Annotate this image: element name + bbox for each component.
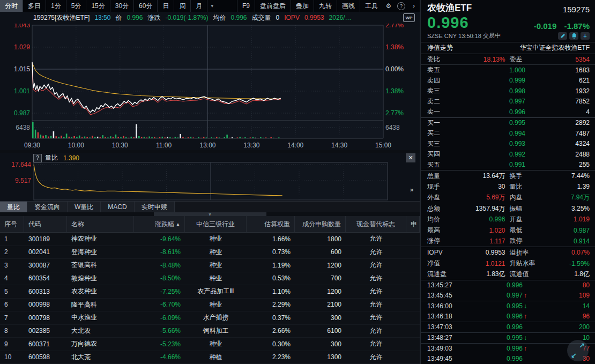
- col-header-2[interactable]: 代码: [24, 216, 67, 232]
- cell-industry: 种植: [185, 353, 247, 362]
- stat-row: 最高1.020最低0.987: [421, 225, 595, 235]
- indicator-help-icon[interactable]: ?: [33, 154, 42, 162]
- add-icon[interactable]: +: [581, 32, 590, 40]
- period-tab-5分[interactable]: 5分: [66, 0, 87, 12]
- table-row[interactable]: 1300189神农种业-9.64%种业1.66%1800允许: [0, 233, 420, 246]
- col-header-1[interactable]: 序号: [0, 216, 24, 232]
- indicator-name[interactable]: 量比: [45, 153, 58, 162]
- cell-code: 600313: [24, 288, 67, 295]
- table-row[interactable]: 8002385大北农-5.66%饲料加工2.66%6100允许: [0, 325, 420, 338]
- toolbar-item-工具[interactable]: 工具: [360, 0, 383, 12]
- period-tab-多日[interactable]: 多日: [23, 0, 46, 12]
- collapse-handle-icon[interactable]: ∨: [154, 212, 266, 216]
- table-row[interactable]: 10600598北大荒-4.66%种植2.23%1300允许: [0, 351, 420, 364]
- chart-header: 159275[农牧渔ETF] 13:50 价 0.996 涨跌 -0.019(-…: [0, 12, 420, 24]
- help-icon[interactable]: ?: [397, 2, 405, 10]
- svg-text:09:30: 09:30: [24, 142, 40, 149]
- tick-price: 0.996: [507, 323, 523, 331]
- indicator-tab-实时申赎[interactable]: 实时申赎: [135, 202, 175, 212]
- toolbar-item-F9[interactable]: F9: [237, 0, 255, 12]
- table-row[interactable]: 9600371万向德农-5.23%种业0.30%300允许: [0, 338, 420, 351]
- cell-industry: 种业: [185, 339, 247, 348]
- toolbar-item-画线[interactable]: 画线: [337, 0, 360, 12]
- period-tab-30分[interactable]: 30分: [110, 0, 134, 12]
- period-tab-60分[interactable]: 60分: [134, 0, 158, 12]
- wp-widget-icon[interactable]: WP: [403, 13, 415, 22]
- stock-code: 159275: [563, 5, 590, 14]
- currency: CNY: [444, 33, 457, 39]
- indicator-tab-W量比[interactable]: W量比: [68, 202, 101, 212]
- cell-seq: 3: [0, 262, 24, 269]
- stat-value: -1.59%: [537, 260, 590, 268]
- stat-label: 量比: [505, 182, 537, 191]
- stats-grid: 总量13.64万换手7.44%现手30量比1.39外盘5.69万内盘7.94万总…: [421, 170, 595, 247]
- table-row[interactable]: 3300087荃银高科-8.48%种业1.19%1200允许: [0, 259, 420, 272]
- col-header-7[interactable]: 成分申购数量: [295, 216, 346, 232]
- toolbar-item-盘前盘后[interactable]: 盘前盘后: [255, 0, 291, 12]
- stat-label: 现手: [427, 182, 452, 191]
- toolbar-item-九转[interactable]: 九转: [314, 0, 337, 12]
- avg-value: 0.996: [230, 14, 247, 21]
- chevron-down-icon[interactable]: ▾: [207, 0, 217, 12]
- indicator-tab-MACD[interactable]: MACD: [101, 202, 134, 212]
- date-value: 2026/…: [329, 14, 352, 21]
- stat-label: 最低: [505, 226, 537, 235]
- cell-change: -8.48%: [134, 262, 185, 269]
- period-tab-1分[interactable]: 1分: [46, 0, 66, 12]
- toolbar-item-叠加[interactable]: 叠加: [291, 0, 314, 12]
- quote-panel: 农牧渔ETF 159275 0.996 -0.019 -1.87% SZSE C…: [421, 0, 595, 364]
- alert-bell-icon[interactable]: [569, 32, 578, 40]
- svg-text:1.043: 1.043: [14, 24, 30, 29]
- stat-value: 1.83亿: [452, 270, 505, 279]
- period-tab-月[interactable]: 月: [191, 0, 207, 12]
- col-header-3[interactable]: 名称: [67, 216, 134, 232]
- stat-label: 涨停: [427, 236, 452, 246]
- intraday-chart[interactable]: 1.0431.0291.0151.0010.9872.77%1.38%0.00%…: [0, 24, 420, 152]
- table-row[interactable]: 4600354敦煌种业-8.50%种业0.53%700允许: [0, 272, 420, 286]
- tick-price: 0.996: [507, 345, 523, 352]
- cell-change: -5.23%: [134, 340, 185, 348]
- indicator-tab-量比[interactable]: 量比: [0, 202, 27, 212]
- col-header-6[interactable]: 估算权重: [247, 216, 295, 232]
- cell-seq: 8: [0, 327, 24, 335]
- period-tab-周[interactable]: 周: [174, 0, 191, 12]
- gear-icon[interactable]: ⚙: [383, 0, 395, 12]
- cell-weight: 1.10%: [247, 288, 295, 295]
- stat-row: 流通盘1.83亿流通值1.8亿: [421, 269, 595, 280]
- col-header-4[interactable]: 涨跌幅▲: [134, 216, 185, 232]
- expand-window-icon[interactable]: ↗ ↙: [567, 340, 589, 361]
- tick-qty: 200: [531, 323, 590, 331]
- cell-change: -9.64%: [134, 235, 185, 243]
- bid-levels: 买一0.9952892买二0.9947487买三0.9934324买四0.992…: [421, 118, 595, 171]
- table-row[interactable]: 5600313农发种业-7.25%农产品加工Ⅲ1.10%1200允许: [0, 285, 420, 299]
- indicator-tab-资金流向[interactable]: 资金流向: [27, 202, 68, 212]
- edit-icon[interactable]: [558, 32, 567, 40]
- quote-level-row: 卖二0.9977852: [421, 96, 595, 107]
- svg-text:1.38%: 1.38%: [385, 43, 404, 51]
- level-label: 买二: [427, 129, 452, 138]
- cell-weight: 1.19%: [247, 262, 295, 269]
- cell-name: 农发种业: [67, 287, 134, 296]
- collapse-panel-icon[interactable]: »: [408, 185, 415, 195]
- stat-label: 开盘: [505, 215, 537, 224]
- cell-weight: 2.29%: [247, 301, 295, 308]
- cell-seq: 5: [0, 288, 24, 295]
- tick-price: 0.995: [507, 302, 523, 310]
- table-row[interactable]: 2002041登海种业-8.61%种业0.73%600允许: [0, 246, 420, 259]
- col-header-8[interactable]: 现金替代标志: [346, 216, 406, 232]
- period-tab-分时[interactable]: 分时: [0, 0, 23, 12]
- svg-text:0.987: 0.987: [14, 109, 30, 117]
- col-header-9[interactable]: 申: [406, 216, 420, 232]
- period-tab-15分[interactable]: 15分: [86, 0, 110, 12]
- table-row[interactable]: 7000798中水渔业-6.09%水产捕捞0.37%300允许: [0, 311, 420, 325]
- close-icon[interactable]: ✕: [406, 153, 415, 162]
- col-header-5[interactable]: 中信三级行业: [185, 216, 247, 232]
- period-tab-日[interactable]: 日: [158, 0, 174, 12]
- chevron-right-icon[interactable]: ›: [408, 0, 420, 12]
- stat-row: 总额1357.94万振幅3.25%: [421, 203, 595, 214]
- exchange: SZSE: [427, 33, 443, 39]
- nav-trend-label[interactable]: 净值走势: [427, 43, 453, 53]
- collapse-strip: ∨: [0, 212, 420, 216]
- tick-row: 13:47:030.996200: [421, 322, 595, 332]
- table-row[interactable]: 6000998隆平高科-6.70%种业2.29%2100允许: [0, 299, 420, 312]
